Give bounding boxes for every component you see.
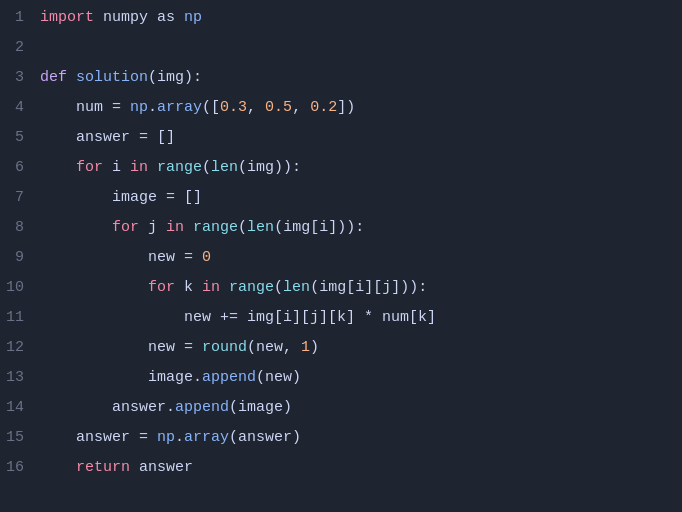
line-number: 16 xyxy=(0,456,40,480)
line-content: for i in range(len(img)): xyxy=(40,156,682,180)
line-number: 11 xyxy=(0,306,40,330)
line-content: new += img[i][j][k] * num[k] xyxy=(40,306,682,330)
line-content: num = np.array([0.3, 0.5, 0.2]) xyxy=(40,96,682,120)
line-number: 14 xyxy=(0,396,40,420)
line-number: 12 xyxy=(0,336,40,360)
line-content: return answer xyxy=(40,456,682,480)
code-line: 1import numpy as np xyxy=(0,6,682,36)
line-content: for k in range(len(img[i][j])): xyxy=(40,276,682,300)
code-line: 14 answer.append(image) xyxy=(0,396,682,426)
code-line: 3def solution(img): xyxy=(0,66,682,96)
line-content: image.append(new) xyxy=(40,366,682,390)
line-number: 5 xyxy=(0,126,40,150)
code-line: 15 answer = np.array(answer) xyxy=(0,426,682,456)
code-editor: 1import numpy as np2 3def solution(img):… xyxy=(0,0,682,512)
line-content: def solution(img): xyxy=(40,66,682,90)
line-content: for j in range(len(img[i])): xyxy=(40,216,682,240)
line-number: 7 xyxy=(0,186,40,210)
line-content: image = [] xyxy=(40,186,682,210)
line-content: new = round(new, 1) xyxy=(40,336,682,360)
line-content xyxy=(40,36,682,60)
line-number: 8 xyxy=(0,216,40,240)
line-number: 4 xyxy=(0,96,40,120)
line-content: answer = np.array(answer) xyxy=(40,426,682,450)
code-line: 12 new = round(new, 1) xyxy=(0,336,682,366)
line-number: 10 xyxy=(0,276,40,300)
line-number: 6 xyxy=(0,156,40,180)
code-line: 7 image = [] xyxy=(0,186,682,216)
code-line: 4 num = np.array([0.3, 0.5, 0.2]) xyxy=(0,96,682,126)
code-line: 13 image.append(new) xyxy=(0,366,682,396)
line-content: import numpy as np xyxy=(40,6,682,30)
code-line: 9 new = 0 xyxy=(0,246,682,276)
line-number: 2 xyxy=(0,36,40,60)
line-number: 15 xyxy=(0,426,40,450)
line-content: answer = [] xyxy=(40,126,682,150)
code-line: 16 return answer xyxy=(0,456,682,486)
code-line: 5 answer = [] xyxy=(0,126,682,156)
line-content: answer.append(image) xyxy=(40,396,682,420)
code-line: 8 for j in range(len(img[i])): xyxy=(0,216,682,246)
code-line: 10 for k in range(len(img[i][j])): xyxy=(0,276,682,306)
code-line: 6 for i in range(len(img)): xyxy=(0,156,682,186)
line-number: 1 xyxy=(0,6,40,30)
line-number: 3 xyxy=(0,66,40,90)
code-line: 2 xyxy=(0,36,682,66)
line-content: new = 0 xyxy=(40,246,682,270)
code-line: 11 new += img[i][j][k] * num[k] xyxy=(0,306,682,336)
line-number: 13 xyxy=(0,366,40,390)
line-number: 9 xyxy=(0,246,40,270)
